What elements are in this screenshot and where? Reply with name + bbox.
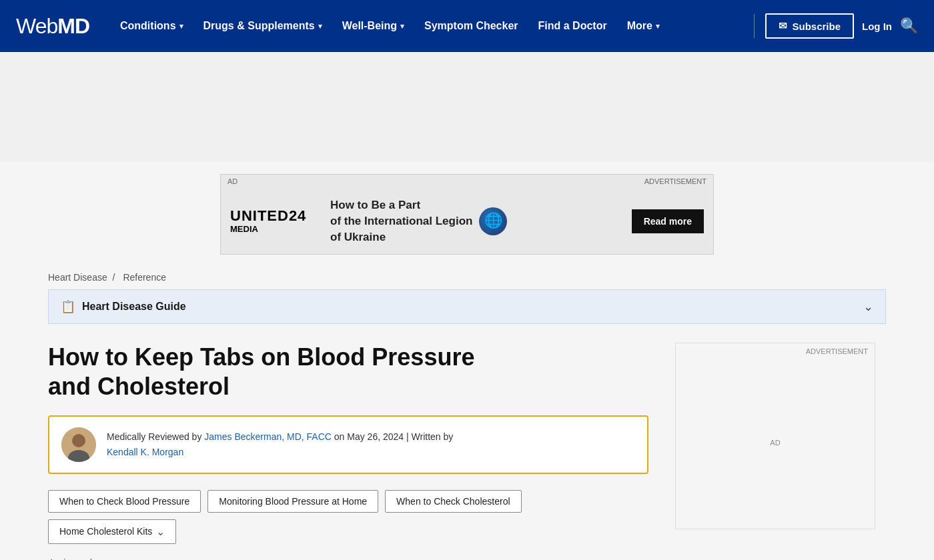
ad-body-text: How to Be a Partof the International Leg… <box>330 197 618 245</box>
nav-item-find-doctor[interactable]: Find a Doctor <box>529 15 616 37</box>
guide-label: Heart Disease Guide <box>82 301 857 313</box>
breadcrumb-part1[interactable]: Heart Disease <box>48 272 107 283</box>
read-more-button[interactable]: Read more <box>632 209 704 233</box>
ad-logo-area: UNITED24 MEDIA <box>230 208 317 234</box>
pill-chevron-icon: ⌄ <box>156 525 165 538</box>
written-by-label: Written by <box>412 431 454 442</box>
navbar: WebMD Conditions ▾ Drugs & Supplements ▾… <box>0 0 934 52</box>
author-box: Medically Reviewed by James Beckerman, M… <box>48 415 648 474</box>
ad-globe-icon: 🌐 <box>479 207 507 235</box>
sidebar-ad-tag: AD <box>770 439 780 447</box>
nav-items: Conditions ▾ Drugs & Supplements ▾ Well-… <box>111 15 743 37</box>
nav-divider <box>754 14 755 38</box>
search-button[interactable]: 🔍 <box>900 17 918 35</box>
ad-label-row: AD ADVERTISEMENT <box>221 175 713 188</box>
nav-item-more[interactable]: More ▾ <box>618 15 669 37</box>
subscribe-button[interactable]: ✉ Subscribe <box>765 13 854 39</box>
author-info: Medically Reviewed by James Beckerman, M… <box>107 429 453 459</box>
email-icon: ✉ <box>779 20 787 32</box>
ad-content: UNITED24 MEDIA How to Be a Partof the In… <box>221 188 713 254</box>
author-link[interactable]: Kendall K. Morgan <box>107 447 183 457</box>
nav-item-drugs[interactable]: Drugs & Supplements ▾ <box>194 15 332 37</box>
nav-item-conditions[interactable]: Conditions ▾ <box>111 15 193 37</box>
breadcrumb-part2: Reference <box>123 272 166 283</box>
topic-pill-cholesterol[interactable]: When to Check Cholesterol <box>385 490 521 513</box>
advertisement-label: ADVERTISEMENT <box>644 177 707 185</box>
review-date: on May 26, 2024 <box>334 431 404 442</box>
reviewer-link[interactable]: James Beckerman, MD, FACC <box>204 431 332 442</box>
ad-section: AD ADVERTISEMENT UNITED24 MEDIA How to B… <box>0 162 934 261</box>
topic-pill-monitoring[interactable]: Monitoring Blood Pressure at Home <box>207 490 378 513</box>
site-logo[interactable]: WebMD <box>16 14 89 39</box>
ad-banner: AD ADVERTISEMENT UNITED24 MEDIA How to B… <box>220 174 714 255</box>
author-avatar <box>61 427 96 462</box>
ad-logo-text: UNITED24 <box>230 208 306 224</box>
topic-pills: When to Check Blood Pressure Monitoring … <box>48 490 648 544</box>
guide-icon: 📋 <box>61 299 75 314</box>
sidebar-ad-label: ADVERTISEMENT <box>676 343 875 359</box>
sidebar-ad-inner: AD <box>770 439 780 449</box>
logo-md: MD <box>57 14 89 38</box>
breadcrumb: Heart Disease / Reference <box>48 261 886 289</box>
topic-pill-kits[interactable]: Home Cholesterol Kits ⌄ <box>48 519 176 544</box>
content-layout: How to Keep Tabs on Blood Pressureand Ch… <box>48 343 886 560</box>
guide-bar[interactable]: 📋 Heart Disease Guide ⌄ <box>48 289 886 324</box>
breadcrumb-separator: / <box>113 272 115 283</box>
topic-pill-blood-pressure[interactable]: When to Check Blood Pressure <box>48 490 201 513</box>
medically-reviewed-label: Medically Reviewed by <box>107 431 201 442</box>
ad-tag: AD <box>227 177 238 185</box>
nav-item-symptom-checker[interactable]: Symptom Checker <box>415 15 528 37</box>
guide-chevron-icon: ⌄ <box>863 299 873 314</box>
nav-right: ✉ Subscribe Log In 🔍 <box>765 13 918 39</box>
login-button[interactable]: Log In <box>862 21 892 32</box>
read-time: 4 min read <box>48 557 648 560</box>
ad-logo-subtext: MEDIA <box>230 224 258 234</box>
page-body: Heart Disease / Reference 📋 Heart Diseas… <box>0 261 934 560</box>
svg-point-1 <box>72 434 85 447</box>
main-article: How to Keep Tabs on Blood Pressureand Ch… <box>48 343 648 560</box>
hero-area <box>0 52 934 162</box>
nav-item-wellbeing[interactable]: Well-Being ▾ <box>333 15 414 37</box>
pipe-separator: | <box>406 431 412 442</box>
logo-web: Web <box>16 14 57 38</box>
article-title: How to Keep Tabs on Blood Pressureand Ch… <box>48 343 648 400</box>
chevron-down-icon: ▾ <box>400 22 404 31</box>
sidebar: ADVERTISEMENT AD <box>675 343 875 560</box>
chevron-down-icon: ▾ <box>656 22 660 31</box>
sidebar-ad-content: AD <box>676 359 875 529</box>
chevron-down-icon: ▾ <box>179 22 183 31</box>
chevron-down-icon: ▾ <box>318 22 322 31</box>
sidebar-ad: ADVERTISEMENT AD <box>675 343 875 529</box>
search-icon: 🔍 <box>900 17 918 34</box>
